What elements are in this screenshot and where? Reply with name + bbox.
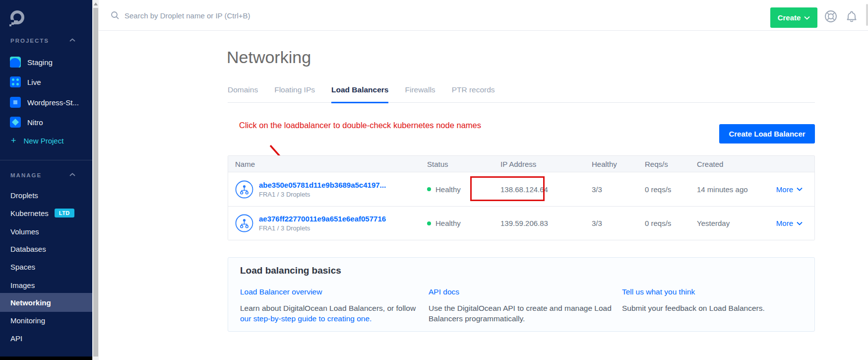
sidebar-item-label: Wordpress-St...: [27, 98, 79, 107]
healthy-count: 3/3: [585, 219, 638, 227]
sidebar-item-nitro[interactable]: Nitro: [0, 113, 92, 131]
digitalocean-networking-page: PROJECTS Staging Live Wordpress-St... Ni…: [0, 0, 868, 360]
basics-column-api: API docs Use the DigitalOcean API to cre…: [429, 287, 622, 324]
load-balancer-name-link[interactable]: abe350e05781d11e9b3689a5c4197...: [259, 181, 386, 189]
sidebar-item-api[interactable]: API: [0, 329, 92, 347]
life-ring-icon: [823, 9, 838, 24]
topbar: Create: [99, 0, 868, 31]
created-time: 14 minutes ago: [690, 185, 769, 194]
column-header-ip: IP Address: [494, 160, 585, 168]
column-header-created: Created: [690, 160, 769, 168]
created-time: Yesterday: [690, 219, 769, 227]
scrollbar-up-arrow-icon[interactable]: [94, 2, 98, 5]
load-balancer-icon: [235, 180, 253, 199]
healthy-count: 3/3: [585, 185, 638, 194]
tab-bar: Domains Floating IPs Load Balancers Fire…: [228, 85, 815, 103]
annotation-text: Click on the loadbalancer to double-chec…: [239, 121, 481, 130]
sidebar: PROJECTS Staging Live Wordpress-St... Ni…: [0, 0, 92, 357]
more-menu-button[interactable]: More: [769, 219, 814, 227]
sidebar-item-spaces[interactable]: Spaces: [0, 258, 92, 276]
tab-firewalls[interactable]: Firewalls: [405, 85, 435, 102]
requests-per-second: 0 reqs/s: [638, 219, 690, 227]
table-header-row: Name Status IP Address Healthy Reqs/s Cr…: [228, 156, 814, 172]
tab-floating-ips[interactable]: Floating IPs: [274, 85, 315, 102]
search-icon: [111, 11, 120, 20]
sidebar-item-label: Live: [27, 78, 41, 86]
healthy-status-dot: [427, 221, 431, 225]
window-scrollbar[interactable]: [866, 4, 868, 26]
ltd-badge: LTD: [55, 209, 74, 217]
create-load-balancer-button[interactable]: Create Load Balancer: [719, 124, 815, 144]
notifications-button[interactable]: [844, 8, 859, 24]
tab-load-balancers[interactable]: Load Balancers: [331, 85, 388, 103]
help-button[interactable]: [823, 8, 838, 24]
api-docs-link[interactable]: API docs: [429, 287, 459, 297]
new-project-label: New Project: [24, 137, 64, 145]
load-balancer-subtitle: FRA1 / 3 Droplets: [259, 191, 386, 198]
ip-address: 139.59.206.83: [494, 219, 585, 227]
column-header-healthy: Healthy: [585, 160, 638, 168]
new-project-button[interactable]: + New Project: [0, 132, 92, 149]
tab-ptr-records[interactable]: PTR records: [452, 85, 495, 102]
chevron-up-icon[interactable]: [69, 173, 75, 177]
status-text: Healthy: [435, 219, 461, 227]
bell-icon: [844, 9, 859, 24]
status-text: Healthy: [435, 185, 461, 194]
table-row: abe350e05781d11e9b3689a5c4197... FRA1 / …: [228, 172, 814, 206]
search-input[interactable]: [124, 11, 363, 20]
manage-section-header: MANAGE: [10, 172, 92, 179]
sidebar-scrollbar[interactable]: [92, 0, 99, 360]
basics-title: Load balancing basics: [240, 265, 803, 276]
wordpress-project-icon: [10, 97, 21, 108]
sidebar-item-live[interactable]: Live: [0, 73, 92, 91]
table-row: ae376ff22770011e9a651e6eaf057716 FRA1 / …: [228, 206, 814, 240]
sidebar-item-networking[interactable]: Networking: [0, 293, 92, 312]
basics-text: Learn about DigitalOcean Load Balancers,…: [240, 303, 429, 314]
tab-domains[interactable]: Domains: [228, 85, 258, 102]
load-balancer-table: Name Status IP Address Healthy Reqs/s Cr…: [228, 155, 815, 240]
load-balancer-subtitle: FRA1 / 3 Droplets: [259, 224, 386, 232]
create-button[interactable]: Create: [770, 7, 817, 28]
ip-address: 138.68.124.64: [494, 185, 585, 194]
healthy-status-dot: [427, 187, 431, 191]
sidebar-item-label: Staging: [27, 58, 53, 67]
requests-per-second: 0 reqs/s: [638, 185, 690, 194]
plus-icon: +: [11, 136, 16, 146]
digitalocean-logo-icon: [9, 10, 26, 27]
chevron-up-icon[interactable]: [69, 38, 75, 42]
basics-column-feedback: Tell us what you think Submit your feedb…: [622, 287, 803, 324]
chevron-down-icon: [804, 16, 810, 20]
column-header-status: Status: [420, 160, 494, 168]
load-balancer-icon: [235, 214, 253, 232]
live-project-icon: [10, 76, 21, 87]
sidebar-item-monitoring[interactable]: Monitoring: [0, 311, 92, 329]
page-title: Networking: [227, 48, 311, 67]
step-by-step-guide-link[interactable]: our step-by-step guide to creating one.: [240, 314, 372, 323]
staging-project-icon: [10, 57, 21, 68]
sidebar-bottom-strip: [0, 357, 92, 360]
sidebar-item-volumes[interactable]: Volumes: [0, 222, 92, 240]
chevron-down-icon: [797, 187, 803, 191]
sidebar-item-databases[interactable]: Databases: [0, 240, 92, 258]
sidebar-item-staging[interactable]: Staging: [0, 53, 92, 71]
basics-text: Use the DigitalOcean API to create and m…: [429, 303, 622, 324]
projects-section-header: PROJECTS: [10, 38, 92, 45]
basics-text: Submit your feedback on Load Balancers.: [622, 303, 803, 314]
column-header-name: Name: [228, 160, 420, 168]
load-balancer-overview-link[interactable]: Load Balancer overview: [240, 287, 322, 297]
nitro-project-icon: [10, 117, 21, 128]
more-menu-button[interactable]: More: [769, 185, 814, 194]
sidebar-item-label: Nitro: [27, 118, 43, 127]
load-balancer-name-link[interactable]: ae376ff22770011e9a651e6eaf057716: [259, 215, 386, 223]
sidebar-item-wordpress[interactable]: Wordpress-St...: [0, 93, 92, 111]
feedback-link[interactable]: Tell us what you think: [622, 287, 695, 297]
sidebar-item-images[interactable]: Images: [0, 276, 92, 294]
column-header-reqs: Reqs/s: [638, 160, 690, 168]
sidebar-divider: [0, 160, 92, 160]
search-bar: [111, 0, 363, 31]
sidebar-item-droplets[interactable]: Droplets: [0, 186, 92, 204]
sidebar-item-kubernetes[interactable]: Kubernetes LTD: [0, 204, 92, 222]
chevron-down-icon: [797, 221, 803, 225]
basics-column-overview: Load Balancer overview Learn about Digit…: [240, 287, 429, 324]
scrollbar-thumb[interactable]: [93, 8, 98, 357]
